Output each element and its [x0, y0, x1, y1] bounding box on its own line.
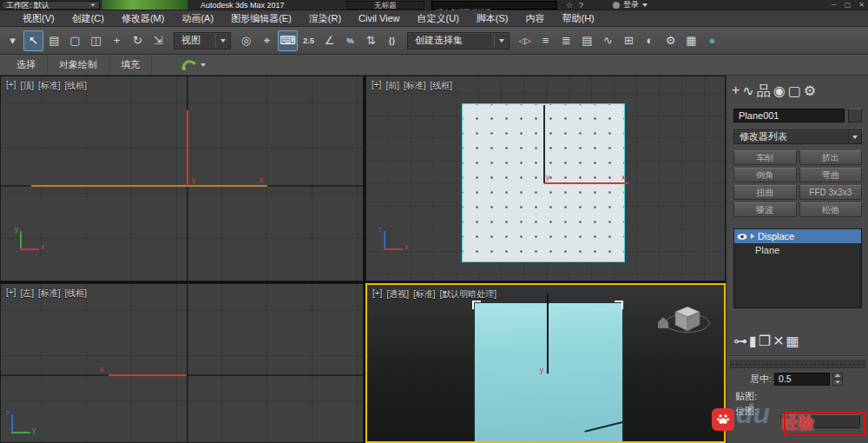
snaps-toggle-icon[interactable]: 2.5: [299, 30, 319, 51]
tab-display[interactable]: ▢: [788, 83, 801, 101]
rendered-frame-icon[interactable]: ▦: [681, 30, 701, 51]
selection-region-icon[interactable]: ▢: [65, 30, 85, 51]
select-and-manipulate-icon[interactable]: ⌖: [257, 30, 277, 51]
percent-snap-icon[interactable]: %: [340, 30, 360, 51]
menu-modifiers[interactable]: 修改器(M): [113, 10, 174, 26]
object-color-swatch[interactable]: [848, 109, 862, 122]
modifier-button-bend[interactable]: 弯曲: [799, 168, 863, 182]
vp-left-pov-menu[interactable]: [左]: [20, 288, 34, 300]
visibility-eye-icon[interactable]: [737, 233, 747, 241]
view-cube[interactable]: [653, 299, 713, 339]
window-crossing-icon[interactable]: ◫: [86, 30, 106, 51]
render-production-icon[interactable]: ●: [702, 30, 722, 51]
menu-rendering[interactable]: 渲染(R): [300, 10, 350, 26]
configure-modifier-sets-icon[interactable]: ▦: [786, 333, 799, 349]
layer-manager-icon[interactable]: ≣: [556, 30, 576, 51]
sign-in-button[interactable]: 登录: [613, 0, 648, 10]
vp-left-shading-menu[interactable]: [线框]: [65, 288, 88, 300]
align-icon[interactable]: ≡: [536, 30, 556, 51]
menu-civil-view[interactable]: Civil View: [350, 10, 408, 26]
modifier-button-noise[interactable]: 噪波: [733, 202, 797, 217]
tab-create[interactable]: +: [732, 83, 740, 101]
plane-edge-left-view[interactable]: [108, 374, 187, 376]
vp-top-plus-menu[interactable]: [+]: [6, 80, 16, 92]
modifier-button-twist[interactable]: 扭曲: [733, 185, 797, 200]
schematic-view-icon[interactable]: ⊞: [619, 30, 639, 51]
minimize-icon[interactable]: ─: [832, 1, 837, 9]
curve-editor-icon[interactable]: ∿: [598, 30, 618, 51]
plane-object-perspective[interactable]: [474, 302, 623, 443]
scene-explorer-icon[interactable]: ▤: [577, 30, 597, 51]
viewport-left[interactable]: [+][左][标准][线框] x z y: [0, 283, 364, 443]
make-unique-icon[interactable]: ❒: [759, 333, 771, 349]
material-editor-icon[interactable]: ◐: [640, 30, 660, 51]
menu-scripting[interactable]: 脚本(S): [468, 10, 517, 26]
modifier-button-ffd3x3x3[interactable]: FFD 3x3x3: [799, 185, 863, 200]
chevron-down-icon[interactable]: [201, 63, 206, 67]
vp-top-standard-menu[interactable]: [标准]: [38, 80, 61, 92]
vp-persp-pov-menu[interactable]: [透视]: [386, 288, 409, 301]
tab-motion[interactable]: ◉: [773, 83, 786, 101]
angle-snap-icon[interactable]: ∠: [319, 30, 339, 51]
modifier-button-lathe[interactable]: 车削: [733, 150, 797, 165]
menu-graph-editors[interactable]: 图形编辑器(E): [222, 10, 300, 26]
remove-modifier-icon[interactable]: ✕: [773, 333, 784, 349]
vp-front-plus-menu[interactable]: [+]: [372, 80, 381, 92]
toolbar-flyout-icon[interactable]: ▾: [3, 30, 23, 51]
vp-top-pov-menu[interactable]: [顶]: [20, 80, 34, 92]
restore-icon[interactable]: ▢: [845, 1, 852, 9]
modifier-button-bevel[interactable]: 倒角: [733, 168, 797, 182]
modifier-button-extrude[interactable]: 挤出: [799, 150, 863, 165]
pin-stack-icon[interactable]: ⊶: [733, 333, 747, 349]
select-by-name-icon[interactable]: ▤: [44, 30, 64, 51]
favorites-star-icon[interactable]: ☆: [566, 1, 573, 10]
tab-utilities[interactable]: ⚙: [804, 83, 816, 101]
keyboard-override-icon[interactable]: ⌨: [278, 30, 298, 51]
close-icon[interactable]: ✕: [858, 1, 865, 9]
ribbon-tab-object-paint[interactable]: 对象绘制: [48, 55, 109, 75]
stack-item-displace[interactable]: Displace: [734, 229, 861, 243]
viewport-perspective-active[interactable]: [+][透视][标准][默认明暗处理] y: [365, 283, 726, 443]
ribbon-tab-select[interactable]: 选择: [5, 55, 48, 75]
ribbon-tab-populate[interactable]: 填充: [109, 55, 152, 75]
vp-top-shading-menu[interactable]: [线框]: [65, 80, 88, 92]
modifier-list-dropdown[interactable]: 修改器列表: [733, 129, 862, 144]
vp-front-shading-menu[interactable]: [线框]: [431, 80, 453, 92]
modifier-button-relax[interactable]: 松弛: [799, 202, 863, 217]
render-setup-icon[interactable]: ⚙: [661, 30, 681, 51]
select-object-icon[interactable]: ↖: [23, 30, 43, 51]
vp-persp-standard-menu[interactable]: [标准]: [413, 288, 436, 301]
rollout-header[interactable]: [730, 360, 865, 368]
workspace-dropdown[interactable]: 工作区: 默认: [2, 1, 100, 10]
center-value-field[interactable]: 0.5: [774, 373, 830, 386]
tab-modify[interactable]: ∿: [742, 83, 753, 101]
help-icon[interactable]: ?: [579, 1, 583, 10]
menu-views[interactable]: 视图(V): [14, 10, 63, 26]
use-pivot-center-icon[interactable]: ◎: [236, 30, 256, 51]
select-and-move-icon[interactable]: +: [107, 30, 127, 51]
paint-brush-icon[interactable]: [181, 58, 196, 71]
show-end-result-icon[interactable]: ▮: [749, 333, 757, 349]
reference-coordsys-dropdown[interactable]: 视图: [174, 32, 231, 50]
vp-left-plus-menu[interactable]: [+]: [6, 288, 16, 300]
spinner-snap-icon[interactable]: ⇅: [361, 30, 381, 51]
viewport-top[interactable]: [+][顶][标准][线框] x y y x: [0, 76, 364, 281]
object-name-field[interactable]: [733, 109, 845, 122]
mirror-icon[interactable]: ◁▷: [515, 30, 535, 51]
viewport-front[interactable]: [+][前][标准][线框] y x z x: [365, 76, 726, 281]
menu-customize[interactable]: 自定义(U): [409, 10, 468, 26]
menu-help[interactable]: 帮助(H): [554, 10, 603, 26]
tab-hierarchy[interactable]: 品: [757, 83, 771, 101]
select-and-rotate-icon[interactable]: ↻: [128, 30, 148, 51]
named-selection-sets-dropdown[interactable]: 创建选择集: [407, 32, 510, 50]
select-and-scale-icon[interactable]: ⇲: [148, 30, 168, 51]
vp-front-standard-menu[interactable]: [标准]: [404, 80, 426, 92]
vp-persp-shading-menu[interactable]: [默认明暗处理]: [440, 288, 497, 301]
menu-create[interactable]: 创建(C): [63, 10, 113, 26]
vp-left-standard-menu[interactable]: [标准]: [38, 288, 61, 300]
menu-animation[interactable]: 动画(A): [173, 10, 222, 26]
vp-front-pov-menu[interactable]: [前]: [385, 80, 399, 92]
plane-edge-top-view[interactable]: [31, 185, 267, 187]
menu-content[interactable]: 内容: [517, 10, 554, 26]
vp-persp-plus-menu[interactable]: [+]: [372, 288, 382, 301]
